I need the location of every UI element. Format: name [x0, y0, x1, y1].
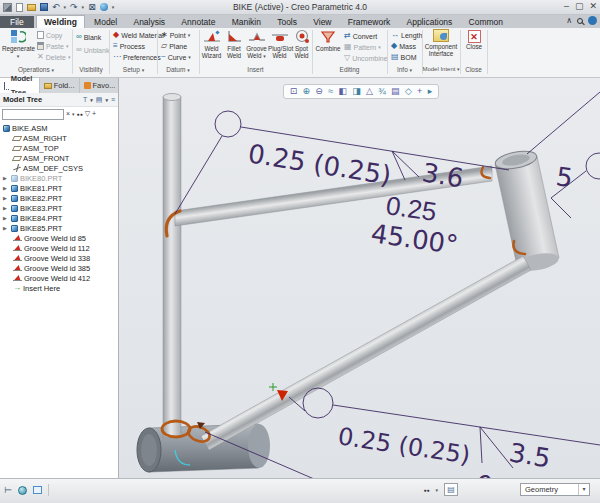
tree-item-insert-here[interactable]: →Insert Here [0, 283, 118, 293]
browser-icon[interactable] [18, 486, 27, 495]
help-icon[interactable] [588, 16, 597, 25]
search-model-icon[interactable]: ●● [423, 487, 429, 493]
preferences-button[interactable]: ⋯Preferences [113, 52, 161, 62]
expand-icon[interactable]: ▶ [3, 195, 9, 201]
tree-item-groove-weld[interactable]: Groove Weld id 85 [0, 233, 118, 243]
selection-buffer-icon[interactable]: ▤ [444, 483, 458, 496]
group-label-setup[interactable]: Setup ▾ [110, 66, 157, 73]
expand-icon[interactable]: ▶ [3, 205, 9, 211]
view-manager-icon[interactable]: ▤ [391, 85, 400, 98]
search-icon[interactable] [577, 18, 583, 24]
refit-icon[interactable]: ⊡ [290, 85, 298, 98]
fillet-weld-button[interactable]: Fillet Weld [223, 29, 245, 60]
dimension-bottom-right[interactable]: 3.5 [507, 437, 553, 473]
datum-plane-button[interactable]: ▱Plane [161, 41, 187, 51]
search-options-dropdown-icon[interactable]: ▾ [435, 487, 438, 493]
bottom-bracket-tube[interactable] [137, 424, 270, 472]
weld-wizard-icon [203, 29, 221, 44]
expand-icon[interactable]: ▶ [3, 175, 9, 181]
tree-item-groove-weld[interactable]: Groove Weld id 385 [0, 263, 118, 273]
tree-settings-icon[interactable]: T [83, 96, 87, 103]
spot-weld-button[interactable]: Spot Weld [291, 29, 312, 60]
tree-item-datum-plane[interactable]: ASM_TOP [0, 143, 118, 153]
uncombine-button: ▽Uncombine [344, 53, 388, 63]
tree-item-groove-weld[interactable]: Groove Weld id 112 [0, 243, 118, 253]
tree-item-datum-plane[interactable]: ASM_RIGHT [0, 133, 118, 143]
minimize-button[interactable]: – [564, 1, 569, 11]
perspective-icon[interactable]: ◇ [405, 85, 412, 98]
toggle-navigator-icon[interactable]: ⊢ [4, 485, 12, 495]
weld-wizard-button[interactable]: Weld Wizard [200, 29, 223, 60]
tree-item-part[interactable]: ▶BIKE82.PRT [0, 193, 118, 203]
find-icon[interactable]: ●● [77, 111, 83, 117]
navigator-tab-model-tree[interactable]: Model Tree [0, 78, 40, 93]
tree-item-part[interactable]: ▶BIKE80.PRT [0, 173, 118, 183]
spin-center-icon[interactable]: + [417, 85, 422, 98]
preferences-icon: ⋯ [113, 53, 121, 61]
search-options-icon[interactable]: ▾ [72, 111, 75, 117]
close-button[interactable]: ✕ [589, 1, 597, 11]
regenerate-button[interactable]: Regenerate ▾ [2, 29, 34, 60]
navigator-tab-favorites[interactable]: Favo... [80, 78, 121, 93]
datum-point-button[interactable]: ∗Point ▾ [161, 30, 190, 40]
convert-button[interactable]: ⇄Convert [344, 31, 377, 41]
expand-icon[interactable]: ▶ [3, 185, 9, 191]
plug-slot-weld-button[interactable]: Plug/Slot Weld [268, 29, 291, 60]
graphics-area[interactable]: 0.25 [119, 78, 600, 478]
shading-icon[interactable]: ◧ [338, 85, 347, 98]
weld-display-icon[interactable]: ▸ [428, 85, 433, 98]
process-button[interactable]: ≡Process [113, 41, 145, 51]
tab-welding[interactable]: Welding [36, 15, 85, 29]
maximize-button[interactable]: ▢ [575, 1, 584, 11]
creo-parametric-window: { "titlebar": { "title": "BIKE (Active) … [0, 0, 600, 503]
groove-weld-button[interactable]: Groove Weld ▾ [245, 29, 268, 60]
tree-item-part[interactable]: ▶BIKE85.PRT [0, 223, 118, 233]
tree-item-part[interactable]: ▶BIKE83.PRT [0, 203, 118, 213]
uncombine-icon: ▽ [344, 54, 350, 62]
close-weld-button[interactable]: ✕ Close [462, 30, 486, 50]
length-button[interactable]: ↔Length [391, 30, 422, 40]
group-label-info[interactable]: Info ▾ [387, 66, 422, 73]
part-icon [11, 205, 18, 212]
tree-item-datum-plane[interactable]: ASM_FRONT [0, 153, 118, 163]
expand-icon[interactable]: ▶ [3, 215, 9, 221]
blank-button[interactable]: ∞Blank [76, 32, 101, 42]
combine-button[interactable]: Combine [314, 29, 342, 52]
tree-show-icon[interactable]: ▤ [96, 96, 103, 104]
plug-slot-weld-icon [271, 29, 289, 44]
seat-tube[interactable] [163, 94, 181, 438]
navigator-tab-folders[interactable]: Fold... [40, 78, 80, 93]
selection-filter-dropdown[interactable]: Geometry ▾ [520, 483, 590, 496]
tree-search-input[interactable] [2, 109, 64, 120]
expand-icon[interactable]: ▶ [3, 225, 9, 231]
bom-button[interactable]: ▤BOM [391, 52, 417, 62]
mass-button[interactable]: ◆Mass [391, 41, 416, 51]
tree-collapse-icon[interactable]: ≡ [111, 96, 115, 103]
filter-dropdown-icon[interactable]: ▾ [578, 484, 589, 495]
annotation-display-icon[interactable]: ¾ [378, 85, 386, 98]
minimize-ribbon-icon[interactable]: ∧ [566, 16, 572, 25]
tree-item-assembly[interactable]: BIKE.ASM [0, 123, 118, 133]
add-column-icon[interactable]: + [92, 109, 96, 119]
repaint-icon[interactable]: ≈ [328, 85, 333, 98]
dimension-top-right[interactable]: 3.6 [420, 157, 466, 193]
delete-button: ✕Delete ▾ [37, 52, 70, 62]
group-label-model-intent[interactable]: Model Intent ▾ [422, 66, 460, 72]
display-style-icon[interactable]: ◨ [352, 85, 361, 98]
tree-item-part[interactable]: ▶BIKE81.PRT [0, 183, 118, 193]
zoom-in-icon[interactable]: ⊕ [302, 85, 310, 98]
tree-item-csys[interactable]: ASM_DEF_CSYS [0, 163, 118, 173]
pattern-button: ▦Pattern ▾ [344, 42, 381, 52]
tree-item-groove-weld[interactable]: Groove Weld id 338 [0, 253, 118, 263]
component-interface-button[interactable]: Component Interface [424, 29, 458, 58]
datum-display-icon[interactable]: △ [366, 85, 373, 98]
select-box-icon[interactable] [33, 486, 42, 494]
filter-icon[interactable]: ▽ [85, 109, 90, 119]
zoom-out-icon[interactable]: ⊖ [315, 85, 323, 98]
clear-search-icon[interactable]: × [66, 109, 70, 119]
tree-item-part[interactable]: ▶BIKE84.PRT [0, 213, 118, 223]
tree-item-groove-weld[interactable]: Groove Weld id 412 [0, 273, 118, 283]
group-label-datum[interactable]: Datum ▾ [157, 66, 199, 73]
datum-curve-button[interactable]: ~Curve ▾ [161, 52, 191, 62]
combine-icon [319, 29, 337, 44]
